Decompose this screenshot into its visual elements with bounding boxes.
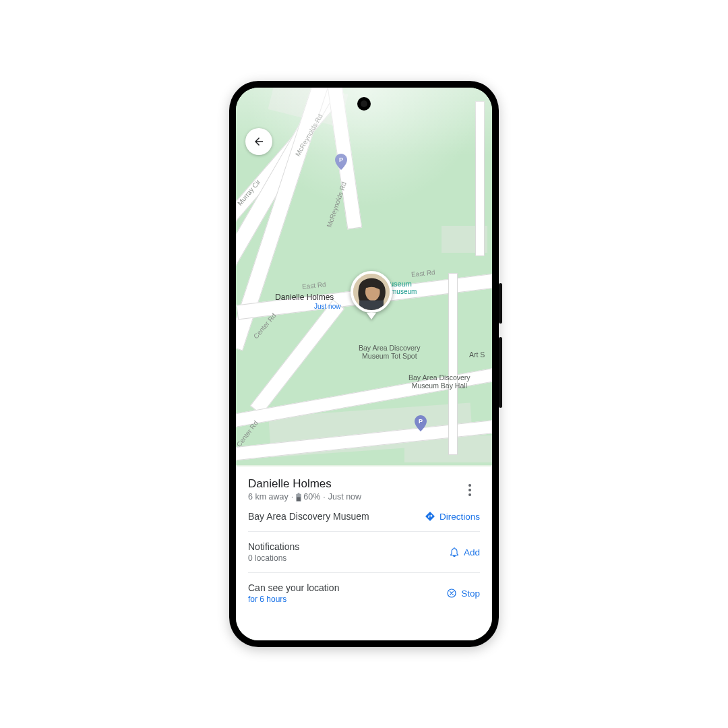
arrow-left-icon bbox=[253, 135, 265, 148]
notifications-title: Notifications bbox=[248, 541, 299, 552]
battery-pct: 60% bbox=[303, 492, 320, 502]
back-button[interactable] bbox=[245, 128, 272, 155]
place-title: Bay Area Discovery Musuem bbox=[248, 511, 369, 522]
screen: Murray Cir McReynolds Rd McReynolds Rd E… bbox=[236, 88, 492, 640]
svg-rect-6 bbox=[298, 493, 300, 494]
more-options-button[interactable] bbox=[460, 480, 480, 500]
directions-button[interactable]: Directions bbox=[425, 511, 480, 522]
svg-rect-7 bbox=[297, 497, 301, 501]
notifications-row: Notifications 0 locations Add bbox=[248, 532, 480, 573]
notifications-subtitle: 0 locations bbox=[248, 553, 299, 563]
share-duration: for 6 hours bbox=[248, 595, 339, 604]
share-title: Can see your location bbox=[248, 582, 339, 593]
share-row: Can see your location for 6 hours Stop bbox=[248, 573, 480, 613]
place-row: Bay Area Discovery Musuem Directions bbox=[248, 502, 480, 532]
stage: Murray Cir McReynolds Rd McReynolds Rd E… bbox=[0, 0, 728, 728]
battery-indicator: 60% bbox=[296, 492, 320, 502]
map-canvas[interactable]: Murray Cir McReynolds Rd McReynolds Rd E… bbox=[236, 88, 492, 465]
phone-frame: Murray Cir McReynolds Rd McReynolds Rd E… bbox=[229, 81, 499, 647]
updated-label: Just now bbox=[328, 492, 361, 502]
add-notification-label: Add bbox=[464, 547, 480, 557]
stop-sharing-label: Stop bbox=[461, 588, 480, 599]
distance-label: 6 km away bbox=[248, 492, 289, 502]
stop-circle-icon bbox=[446, 588, 457, 599]
battery-icon bbox=[296, 493, 301, 502]
stop-sharing-button[interactable]: Stop bbox=[446, 588, 480, 599]
person-subtitle: 6 km away · 60% · Just now bbox=[248, 492, 361, 502]
directions-label: Directions bbox=[439, 512, 480, 522]
person-details-sheet[interactable]: Danielle Holmes 6 km away · 60% · Just n… bbox=[236, 466, 492, 640]
person-name: Danielle Holmes bbox=[248, 477, 361, 491]
power-button bbox=[499, 283, 502, 324]
add-notification-button[interactable]: Add bbox=[449, 547, 480, 557]
front-camera bbox=[357, 97, 371, 111]
bell-add-icon bbox=[449, 547, 460, 557]
volume-button bbox=[499, 337, 502, 408]
directions-icon bbox=[425, 511, 435, 522]
